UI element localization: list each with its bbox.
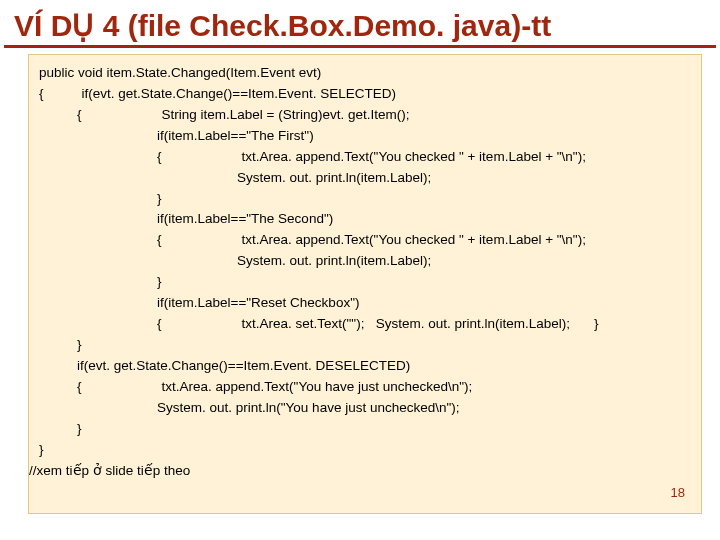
code-line: if(item.Label=="The Second") xyxy=(39,209,691,230)
code-text: txt.Area. append.Text("You checked " + i… xyxy=(162,232,586,247)
code-text: { xyxy=(77,107,82,122)
code-line: } xyxy=(39,272,691,293)
code-line: if(evt. get.State.Change()==Item.Event. … xyxy=(39,356,691,377)
code-line: } xyxy=(39,440,691,461)
code-line: System. out. print.ln("You have just unc… xyxy=(39,398,691,419)
code-line: {if(evt. get.State.Change()==Item.Event.… xyxy=(39,84,691,105)
code-text: if(evt. get.State.Change()==Item.Event. … xyxy=(44,86,396,101)
code-text: txt.Area. append.Text("You have just unc… xyxy=(82,379,473,394)
code-line: public void item.State.Changed(Item.Even… xyxy=(39,63,691,84)
code-line: } xyxy=(39,335,691,356)
code-line: {txt.Area. append.Text("You have just un… xyxy=(39,377,691,398)
code-text: { xyxy=(157,149,162,164)
code-comment: //xem tiếp ở slide tiếp theo xyxy=(29,461,691,482)
code-text: { xyxy=(157,316,162,331)
slide: VÍ DỤ 4 (file Check.Box.Demo. java)-tt p… xyxy=(0,0,720,540)
slide-title: VÍ DỤ 4 (file Check.Box.Demo. java)-tt xyxy=(4,0,716,48)
page-number: 18 xyxy=(671,483,685,503)
code-line: System. out. print.ln(item.Label); xyxy=(39,251,691,272)
code-line: System. out. print.ln(item.Label); xyxy=(39,168,691,189)
code-box: public void item.State.Changed(Item.Even… xyxy=(28,54,702,514)
code-line: if(item.Label=="The First") xyxy=(39,126,691,147)
code-text: { xyxy=(39,86,44,101)
code-line: {txt.Area. append.Text("You checked " + … xyxy=(39,230,691,251)
code-text: } xyxy=(570,316,599,331)
code-line: {txt.Area. set.Text(""); System. out. pr… xyxy=(39,314,691,335)
code-line: } xyxy=(39,189,691,210)
code-line: {String item.Label = (String)evt. get.It… xyxy=(39,105,691,126)
code-text: { xyxy=(157,232,162,247)
code-line: if(item.Label=="Reset Checkbox") xyxy=(39,293,691,314)
code-text: { xyxy=(77,379,82,394)
code-text: String item.Label = (String)evt. get.Ite… xyxy=(82,107,410,122)
code-text: txt.Area. append.Text("You checked " + i… xyxy=(162,149,586,164)
code-line: {txt.Area. append.Text("You checked " + … xyxy=(39,147,691,168)
code-line: } xyxy=(39,419,691,440)
code-text: txt.Area. set.Text(""); System. out. pri… xyxy=(162,316,570,331)
